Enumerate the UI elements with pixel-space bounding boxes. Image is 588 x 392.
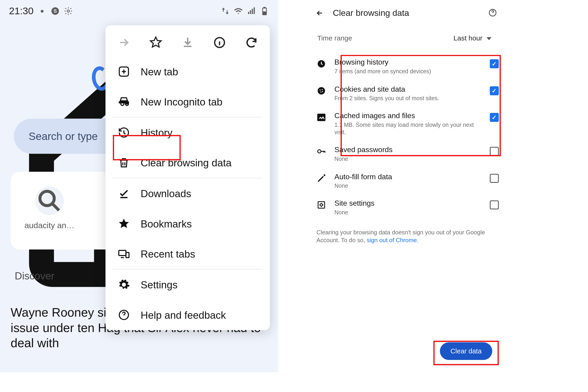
phone-screen-clear-data: Clear browsing data Time range Last hour… xyxy=(311,0,503,372)
trash-icon xyxy=(118,157,130,169)
svg-rect-5 xyxy=(263,12,266,14)
chat-bubble-icon: ● xyxy=(38,6,47,16)
menu-label: Settings xyxy=(141,279,177,291)
menu-new-tab[interactable]: New tab xyxy=(105,56,270,87)
signout-link[interactable]: sign out of Chrome xyxy=(367,237,417,243)
option-title: Auto-fill form data xyxy=(334,172,482,181)
option-subtitle: 7 items (and more on synced devices) xyxy=(334,68,482,75)
menu-bookmarks[interactable]: Bookmarks xyxy=(105,209,270,239)
clear-data-button[interactable]: Clear data xyxy=(440,342,492,360)
data-arrows-icon xyxy=(221,6,230,16)
option-title: Saved passwords xyxy=(334,146,482,154)
plus-square-icon xyxy=(118,66,130,78)
pencil-icon xyxy=(317,173,326,183)
image-icon xyxy=(317,112,326,122)
suggestion-item[interactable]: audacity an… xyxy=(23,186,76,230)
option-site-settings[interactable]: Site settingsNone xyxy=(311,194,503,221)
svg-rect-22 xyxy=(318,202,325,208)
menu-label: New tab xyxy=(141,66,178,78)
menu-settings[interactable]: Settings xyxy=(105,270,270,300)
help-icon xyxy=(118,309,130,321)
svg-point-16 xyxy=(320,89,321,90)
wifi-icon xyxy=(234,6,243,16)
back-arrow-icon[interactable] xyxy=(316,9,324,17)
menu-incognito[interactable]: New Incognito tab xyxy=(105,87,270,117)
clear-data-header: Clear browsing data xyxy=(311,0,503,22)
svg-point-2 xyxy=(67,10,69,12)
battery-icon xyxy=(260,6,269,16)
option-title: Cached images and files xyxy=(334,112,482,120)
menu-label: Clear browsing data xyxy=(141,157,231,169)
option-passwords[interactable]: Saved passwordsNone xyxy=(311,140,503,168)
option-title: Site settings xyxy=(334,199,482,208)
search-icon xyxy=(35,186,64,215)
reload-icon[interactable] xyxy=(245,36,258,49)
svg-rect-20 xyxy=(318,114,325,121)
status-clock: 21:30 xyxy=(9,5,33,17)
checkbox[interactable] xyxy=(490,59,499,68)
time-range-row[interactable]: Time range Last hour xyxy=(311,22,503,52)
svg-point-15 xyxy=(318,87,325,94)
time-range-value: Last hour xyxy=(453,34,482,43)
svg-point-21 xyxy=(318,150,321,153)
svg-point-17 xyxy=(322,89,323,90)
search-placeholder: Search or type xyxy=(29,130,98,142)
option-subtitle: From 2 sites. Signs you out of most site… xyxy=(334,95,482,102)
option-subtitle: 1.1 MB. Some sites may load more slowly … xyxy=(334,122,482,136)
caret-down-icon xyxy=(487,37,491,40)
menu-label: Recent tabs xyxy=(141,248,195,260)
menu-help[interactable]: Help and feedback xyxy=(105,300,270,330)
discover-heading: Discover xyxy=(15,270,54,282)
menu-label: New Incognito tab xyxy=(141,96,222,108)
option-subtitle: None xyxy=(334,155,482,162)
checkbox[interactable] xyxy=(490,174,499,183)
option-browsing-history[interactable]: Browsing history7 items (and more on syn… xyxy=(311,53,503,80)
checkbox[interactable] xyxy=(490,200,499,209)
option-cookies[interactable]: Cookies and site dataFrom 2 sites. Signs… xyxy=(311,80,503,107)
history-icon xyxy=(118,126,130,138)
info-icon[interactable] xyxy=(213,36,226,49)
checklist-icon xyxy=(118,187,130,200)
option-title: Cookies and site data xyxy=(334,85,482,93)
status-bar: 21:30 ● S xyxy=(0,0,278,20)
svg-point-19 xyxy=(322,91,323,92)
star-filled-icon xyxy=(118,218,130,230)
menu-history[interactable]: History xyxy=(105,118,270,148)
option-subtitle: None xyxy=(334,209,482,216)
devices-icon xyxy=(118,248,130,260)
key-icon xyxy=(317,146,326,156)
menu-downloads[interactable]: Downloads xyxy=(105,178,270,209)
checkbox[interactable] xyxy=(490,113,499,122)
page-title: Clear browsing data xyxy=(333,8,409,18)
incognito-icon xyxy=(118,96,130,108)
clock-filled-icon xyxy=(317,59,326,69)
svg-rect-4 xyxy=(264,7,265,8)
cookie-icon xyxy=(317,86,326,96)
chrome-overflow-menu: New tab New Incognito tab History Clear … xyxy=(105,25,270,330)
option-autofill[interactable]: Auto-fill form dataNone xyxy=(311,168,503,194)
svg-point-23 xyxy=(320,204,323,206)
signout-note: Clearing your browsing data doesn't sign… xyxy=(311,223,503,250)
svg-rect-10 xyxy=(119,250,126,256)
svg-text:S: S xyxy=(53,8,57,14)
gear-icon xyxy=(118,278,130,291)
checkbox[interactable] xyxy=(490,147,499,156)
help-icon[interactable] xyxy=(488,8,497,17)
time-range-label: Time range xyxy=(317,34,352,43)
menu-clear-data[interactable]: Clear browsing data xyxy=(105,148,270,178)
download-icon[interactable] xyxy=(181,36,194,49)
checkbox[interactable] xyxy=(490,86,499,95)
menu-toolbar xyxy=(105,30,270,56)
forward-icon[interactable] xyxy=(117,36,130,49)
option-subtitle: None xyxy=(334,182,482,189)
option-cached[interactable]: Cached images and files1.1 MB. Some site… xyxy=(311,107,503,141)
menu-label: Downloads xyxy=(141,188,191,200)
menu-recent-tabs[interactable]: Recent tabs xyxy=(105,239,270,269)
skype-icon: S xyxy=(51,6,60,16)
menu-label: History xyxy=(141,126,172,138)
star-outline-icon[interactable] xyxy=(149,36,162,49)
suggestion-label: audacity an… xyxy=(24,221,75,230)
clear-data-options: Browsing history7 items (and more on syn… xyxy=(311,52,503,223)
svg-point-18 xyxy=(320,91,322,92)
gear-small-icon xyxy=(64,6,73,16)
